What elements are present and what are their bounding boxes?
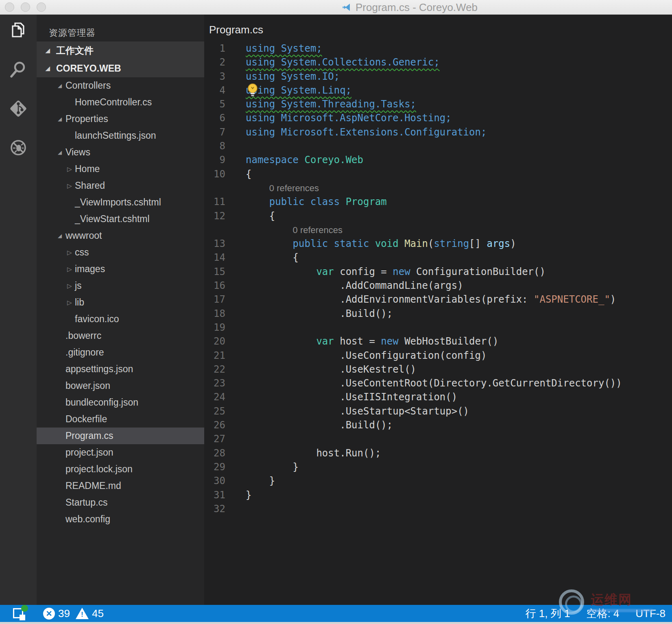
code-line[interactable]: 30 } bbox=[204, 474, 672, 488]
code-line[interactable]: 15 var config = new ConfigurationBuilder… bbox=[204, 265, 672, 279]
zoom-button[interactable] bbox=[37, 2, 46, 12]
tree-folder-images[interactable]: images bbox=[37, 261, 204, 277]
code-line[interactable]: 8 bbox=[204, 139, 672, 153]
tree-file--bowerrc[interactable]: .bowerrc bbox=[37, 327, 204, 344]
code-line[interactable]: 24 .UseIISIntegration() bbox=[204, 390, 672, 404]
tree-file--viewstart-cshtml[interactable]: _ViewStart.cshtml bbox=[37, 211, 204, 227]
code-line[interactable]: 4using System.Linq; bbox=[204, 83, 672, 97]
line-number[interactable]: 12 bbox=[204, 209, 225, 223]
line-number[interactable]: 4 bbox=[204, 83, 225, 97]
tree-file-bower-json[interactable]: bower.json bbox=[37, 377, 204, 394]
code-line[interactable]: 2using System.Collections.Generic; bbox=[204, 55, 672, 69]
codelens-references-link[interactable]: 0 references bbox=[293, 225, 343, 235]
cursor-position[interactable]: 行 1, 列 1 bbox=[526, 607, 570, 621]
line-number[interactable]: 31 bbox=[204, 488, 225, 502]
tree-file--viewimports-cshtml[interactable]: _ViewImports.cshtml bbox=[37, 194, 204, 211]
line-number[interactable]: 10 bbox=[204, 167, 225, 181]
line-number[interactable]: 2 bbox=[204, 55, 225, 69]
line-number[interactable]: 29 bbox=[204, 460, 225, 474]
indentation-setting[interactable]: 空格: 4 bbox=[586, 607, 619, 621]
code-line[interactable]: 9namespace Coreyo.Web bbox=[204, 153, 672, 167]
code-line[interactable]: 3using System.IO; bbox=[204, 70, 672, 83]
code-line[interactable]: 26 .Build(); bbox=[204, 418, 672, 432]
code-line[interactable]: 28 host.Run(); bbox=[204, 446, 672, 460]
tree-file-favicon-ico[interactable]: favicon.ico bbox=[37, 311, 204, 327]
codelens-row[interactable]: 0 references bbox=[204, 223, 672, 237]
line-number[interactable]: 18 bbox=[204, 307, 225, 321]
code-line[interactable]: 7using Microsoft.Extensions.Configuratio… bbox=[204, 125, 672, 139]
encoding-setting[interactable]: UTF-8 bbox=[635, 607, 665, 620]
code-line[interactable]: 5using System.Threading.Tasks; bbox=[204, 97, 672, 111]
code-area[interactable]: 1using System;2using System.Collections.… bbox=[204, 41, 672, 516]
line-number[interactable]: 5 bbox=[204, 97, 225, 111]
code-line[interactable]: 23 .UseContentRoot(Directory.GetCurrentD… bbox=[204, 376, 672, 390]
code-line[interactable]: 14 { bbox=[204, 251, 672, 264]
minimize-button[interactable] bbox=[21, 2, 30, 12]
line-number[interactable]: 7 bbox=[204, 125, 225, 139]
code-line[interactable]: 19 bbox=[204, 321, 672, 334]
tree-file-bundleconfig-json[interactable]: bundleconfig.json bbox=[37, 394, 204, 411]
line-number[interactable]: 27 bbox=[204, 432, 225, 446]
line-number[interactable]: 8 bbox=[204, 139, 225, 153]
line-number[interactable]: 15 bbox=[204, 265, 225, 279]
tree-file--gitignore[interactable]: .gitignore bbox=[37, 344, 204, 361]
code-line[interactable]: 1using System; bbox=[204, 41, 672, 55]
line-number[interactable]: 16 bbox=[204, 279, 225, 292]
tree-file-program-cs[interactable]: Program.cs bbox=[37, 428, 204, 444]
code-line[interactable]: 16 .AddCommandLine(args) bbox=[204, 279, 672, 292]
line-number[interactable]: 3 bbox=[204, 70, 225, 83]
quick-fix-lightbulb-icon[interactable] bbox=[247, 83, 259, 97]
tree-folder-controllers[interactable]: Controllers bbox=[37, 77, 204, 94]
line-number[interactable]: 9 bbox=[204, 153, 225, 167]
tree-file-startup-cs[interactable]: Startup.cs bbox=[37, 494, 204, 511]
tree-file-dockerfile[interactable]: Dockerfile bbox=[37, 411, 204, 428]
line-number[interactable]: 1 bbox=[204, 41, 225, 55]
tree-file-appsettings-json[interactable]: appsettings.json bbox=[37, 361, 204, 377]
section-working-files[interactable]: 工作文件 bbox=[37, 41, 204, 59]
debug-tab[interactable] bbox=[0, 132, 37, 165]
line-number[interactable]: 28 bbox=[204, 446, 225, 460]
tree-folder-css[interactable]: css bbox=[37, 244, 204, 261]
section-project-root[interactable]: COREYO.WEB bbox=[37, 59, 204, 77]
tree-folder-wwwroot[interactable]: wwwroot bbox=[37, 227, 204, 244]
line-number[interactable]: 24 bbox=[204, 390, 225, 404]
editor-pane[interactable]: Program.cs 1using System;2using System.C… bbox=[204, 15, 672, 605]
tree-file-web-config[interactable]: web.config bbox=[37, 511, 204, 528]
tree-folder-shared[interactable]: Shared bbox=[37, 177, 204, 194]
git-tab[interactable] bbox=[0, 93, 37, 126]
tree-file-project-json[interactable]: project.json bbox=[37, 444, 204, 461]
code-line[interactable]: 18 .Build(); bbox=[204, 307, 672, 321]
tree-file-project-lock-json[interactable]: project.lock.json bbox=[37, 461, 204, 478]
tree-folder-properties[interactable]: Properties bbox=[37, 111, 204, 127]
line-number[interactable]: 11 bbox=[204, 195, 225, 209]
code-line[interactable]: 25 .UseStartup<Startup>() bbox=[204, 404, 672, 418]
line-number[interactable]: 26 bbox=[204, 418, 225, 432]
code-line[interactable]: 27 bbox=[204, 432, 672, 446]
code-line[interactable]: 11 public class Program bbox=[204, 195, 672, 209]
search-tab[interactable] bbox=[0, 54, 37, 87]
code-line[interactable]: 20 var host = new WebHostBuilder() bbox=[204, 334, 672, 348]
codelens-row[interactable]: 0 references bbox=[204, 181, 672, 195]
code-line[interactable]: 12 { bbox=[204, 209, 672, 223]
problems-errors[interactable]: ✕ 39 bbox=[43, 607, 70, 620]
tree-file-homecontroller-cs[interactable]: HomeController.cs bbox=[37, 94, 204, 111]
line-number[interactable]: 14 bbox=[204, 251, 225, 264]
code-line[interactable]: 17 .AddEnvironmentVariables(prefix: "ASP… bbox=[204, 292, 672, 306]
line-number[interactable]: 13 bbox=[204, 237, 225, 251]
tree-folder-views[interactable]: Views bbox=[37, 144, 204, 161]
line-number[interactable]: 21 bbox=[204, 349, 225, 362]
code-line[interactable]: 32 bbox=[204, 502, 672, 516]
code-line[interactable]: 22 .UseKestrel() bbox=[204, 362, 672, 376]
line-number[interactable]: 20 bbox=[204, 334, 225, 348]
line-number[interactable]: 22 bbox=[204, 362, 225, 376]
problems-warnings[interactable]: ! 45 bbox=[76, 607, 104, 620]
code-line[interactable]: 21 .UseConfiguration(config) bbox=[204, 349, 672, 362]
explorer-tab[interactable] bbox=[0, 15, 37, 48]
line-number[interactable]: 17 bbox=[204, 292, 225, 306]
codelens-references-link[interactable]: 0 references bbox=[269, 183, 319, 193]
line-number[interactable]: 19 bbox=[204, 321, 225, 334]
code-line[interactable]: 6using Microsoft.AspNetCore.Hosting; bbox=[204, 111, 672, 125]
tree-file-readme-md[interactable]: README.md bbox=[37, 478, 204, 494]
line-number[interactable]: 30 bbox=[204, 474, 225, 488]
line-number[interactable]: 6 bbox=[204, 111, 225, 125]
